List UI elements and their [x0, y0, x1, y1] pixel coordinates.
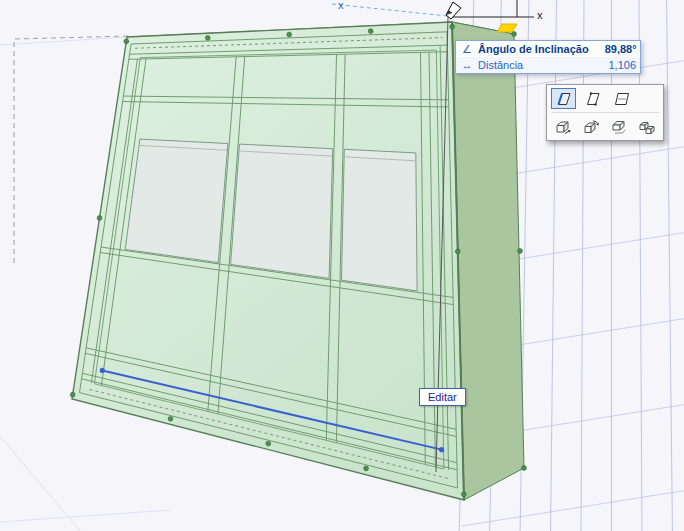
multiply-3d-button[interactable] [635, 116, 659, 137]
rotate-3d-button[interactable] [579, 116, 603, 137]
move-3d-icon [554, 119, 572, 135]
rotate-3d-icon [582, 119, 600, 135]
pet-palette [546, 84, 664, 141]
tracker-label-inclination: Ângulo de Inclinação [478, 43, 589, 55]
tilt-panel-icon [555, 91, 573, 107]
tracker-value-distance[interactable]: 1,106 [592, 59, 636, 71]
tilt-panel-free-icon [613, 91, 631, 107]
inclination-angle-icon: ∠ [460, 43, 474, 56]
multiply-3d-icon [638, 119, 656, 135]
tilt-panel-button[interactable] [551, 88, 576, 109]
pet-palette-row-1 [551, 88, 659, 109]
tracker-value-inclination[interactable]: 89,88° [593, 43, 637, 55]
tilt-panel-nodes-icon [584, 91, 602, 107]
tracker-palette: ∠ Ângulo de Inclinação 89,88° ↔ Distânci… [455, 40, 641, 74]
move-3d-button[interactable] [551, 116, 575, 137]
viewport-3d[interactable]: x x ∠ Ângulo de Inclinação 89,88° ↔ Dist… [0, 0, 684, 531]
tilt-panel-free-button[interactable] [609, 88, 634, 109]
x-axis-label: x [537, 10, 543, 21]
editar-tooltip[interactable]: Editar [419, 388, 466, 406]
tilt-panel-nodes-button[interactable] [580, 88, 605, 109]
offset-3d-icon [610, 119, 628, 135]
tracker-row-inclination[interactable]: ∠ Ângulo de Inclinação 89,88° [456, 41, 640, 57]
offset-3d-button[interactable] [607, 116, 631, 137]
model-view-canvas[interactable] [0, 0, 684, 531]
editar-tooltip-label: Editar [428, 391, 457, 403]
x-axis-ghost-label: x [338, 0, 344, 11]
tracker-row-distance[interactable]: ↔ Distância 1,106 [456, 57, 640, 73]
tracker-label-distance: Distância [478, 59, 588, 71]
pet-palette-row-2 [551, 112, 659, 137]
distance-icon: ↔ [460, 59, 474, 71]
